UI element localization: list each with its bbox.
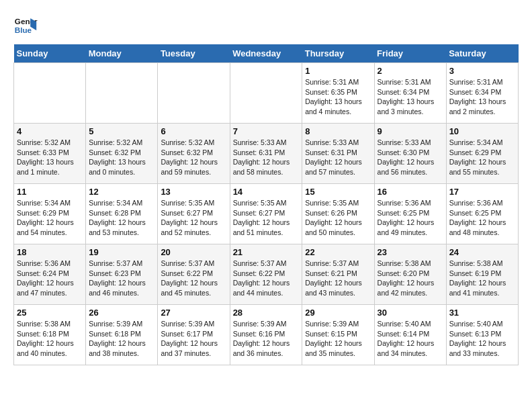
calendar-day-cell: 31Sunrise: 5:40 AM Sunset: 6:13 PM Dayli… bbox=[446, 305, 518, 365]
day-info: Sunrise: 5:35 AM Sunset: 6:27 PM Dayligh… bbox=[161, 198, 226, 238]
calendar-week-row: 18Sunrise: 5:36 AM Sunset: 6:24 PM Dayli… bbox=[14, 244, 519, 305]
day-number: 27 bbox=[161, 308, 226, 318]
calendar-day-cell: 12Sunrise: 5:34 AM Sunset: 6:28 PM Dayli… bbox=[86, 184, 158, 244]
calendar-day-cell: 22Sunrise: 5:37 AM Sunset: 6:21 PM Dayli… bbox=[302, 244, 374, 305]
day-info: Sunrise: 5:33 AM Sunset: 6:31 PM Dayligh… bbox=[305, 138, 371, 177]
day-number: 24 bbox=[449, 247, 515, 257]
day-number: 22 bbox=[305, 247, 371, 257]
day-info: Sunrise: 5:31 AM Sunset: 6:34 PM Dayligh… bbox=[449, 77, 515, 117]
day-number: 10 bbox=[449, 126, 515, 136]
calendar-day-cell: 21Sunrise: 5:37 AM Sunset: 6:22 PM Dayli… bbox=[230, 244, 302, 305]
day-info: Sunrise: 5:39 AM Sunset: 6:15 PM Dayligh… bbox=[305, 319, 371, 359]
day-info: Sunrise: 5:31 AM Sunset: 6:35 PM Dayligh… bbox=[305, 77, 371, 117]
day-of-week-header: Saturday bbox=[446, 44, 518, 63]
calendar-day-cell bbox=[86, 63, 158, 124]
day-info: Sunrise: 5:36 AM Sunset: 6:25 PM Dayligh… bbox=[378, 198, 443, 238]
day-number: 3 bbox=[449, 66, 515, 76]
calendar-day-cell: 24Sunrise: 5:38 AM Sunset: 6:19 PM Dayli… bbox=[446, 244, 518, 305]
calendar-day-cell: 9Sunrise: 5:33 AM Sunset: 6:30 PM Daylig… bbox=[374, 124, 446, 184]
day-info: Sunrise: 5:33 AM Sunset: 6:30 PM Dayligh… bbox=[378, 138, 443, 177]
day-number: 17 bbox=[449, 187, 515, 197]
day-info: Sunrise: 5:39 AM Sunset: 6:18 PM Dayligh… bbox=[89, 319, 154, 359]
day-number: 29 bbox=[305, 308, 371, 318]
calendar-day-cell: 3Sunrise: 5:31 AM Sunset: 6:34 PM Daylig… bbox=[446, 63, 518, 124]
calendar-day-cell: 17Sunrise: 5:36 AM Sunset: 6:25 PM Dayli… bbox=[446, 184, 518, 244]
day-info: Sunrise: 5:34 AM Sunset: 6:29 PM Dayligh… bbox=[17, 198, 83, 238]
day-info: Sunrise: 5:32 AM Sunset: 6:33 PM Dayligh… bbox=[17, 138, 83, 177]
calendar-day-cell: 10Sunrise: 5:34 AM Sunset: 6:29 PM Dayli… bbox=[446, 124, 518, 184]
day-info: Sunrise: 5:33 AM Sunset: 6:31 PM Dayligh… bbox=[233, 138, 300, 177]
calendar-week-row: 25Sunrise: 5:38 AM Sunset: 6:18 PM Dayli… bbox=[14, 305, 519, 365]
day-number: 30 bbox=[378, 308, 443, 318]
day-info: Sunrise: 5:40 AM Sunset: 6:14 PM Dayligh… bbox=[378, 319, 443, 359]
calendar-day-cell bbox=[230, 63, 302, 124]
svg-text:Blue: Blue bbox=[15, 26, 32, 34]
calendar-day-cell: 13Sunrise: 5:35 AM Sunset: 6:27 PM Dayli… bbox=[158, 184, 230, 244]
days-header-row: SundayMondayTuesdayWednesdayThursdayFrid… bbox=[14, 44, 519, 63]
day-number: 19 bbox=[89, 247, 154, 257]
day-number: 28 bbox=[233, 308, 300, 318]
day-info: Sunrise: 5:32 AM Sunset: 6:32 PM Dayligh… bbox=[161, 138, 226, 177]
day-number: 25 bbox=[17, 308, 83, 318]
calendar-day-cell: 18Sunrise: 5:36 AM Sunset: 6:24 PM Dayli… bbox=[14, 244, 86, 305]
day-number: 12 bbox=[89, 187, 154, 197]
day-of-week-header: Friday bbox=[374, 44, 446, 63]
calendar-day-cell: 4Sunrise: 5:32 AM Sunset: 6:33 PM Daylig… bbox=[14, 124, 86, 184]
logo: General Blue bbox=[13, 13, 38, 38]
calendar-week-row: 1Sunrise: 5:31 AM Sunset: 6:35 PM Daylig… bbox=[14, 63, 519, 124]
day-of-week-header: Monday bbox=[86, 44, 158, 63]
day-of-week-header: Thursday bbox=[302, 44, 374, 63]
day-number: 23 bbox=[378, 247, 443, 257]
day-number: 13 bbox=[161, 187, 226, 197]
day-info: Sunrise: 5:38 AM Sunset: 6:20 PM Dayligh… bbox=[378, 259, 443, 298]
day-info: Sunrise: 5:35 AM Sunset: 6:27 PM Dayligh… bbox=[233, 198, 300, 238]
calendar-day-cell: 8Sunrise: 5:33 AM Sunset: 6:31 PM Daylig… bbox=[302, 124, 374, 184]
day-number: 15 bbox=[305, 187, 371, 197]
calendar-week-row: 11Sunrise: 5:34 AM Sunset: 6:29 PM Dayli… bbox=[14, 184, 519, 244]
logo-icon: General Blue bbox=[13, 13, 38, 38]
day-number: 14 bbox=[233, 187, 300, 197]
day-info: Sunrise: 5:32 AM Sunset: 6:32 PM Dayligh… bbox=[89, 138, 154, 177]
day-number: 9 bbox=[378, 126, 443, 136]
calendar-day-cell bbox=[14, 63, 86, 124]
day-number: 11 bbox=[17, 187, 83, 197]
day-number: 7 bbox=[233, 126, 300, 136]
calendar-day-cell: 29Sunrise: 5:39 AM Sunset: 6:15 PM Dayli… bbox=[302, 305, 374, 365]
day-info: Sunrise: 5:38 AM Sunset: 6:19 PM Dayligh… bbox=[449, 259, 515, 298]
calendar-table: SundayMondayTuesdayWednesdayThursdayFrid… bbox=[13, 44, 519, 365]
calendar-day-cell: 23Sunrise: 5:38 AM Sunset: 6:20 PM Dayli… bbox=[374, 244, 446, 305]
day-number: 4 bbox=[17, 126, 83, 136]
day-info: Sunrise: 5:36 AM Sunset: 6:25 PM Dayligh… bbox=[449, 198, 515, 238]
calendar-day-cell: 6Sunrise: 5:32 AM Sunset: 6:32 PM Daylig… bbox=[158, 124, 230, 184]
calendar-day-cell: 26Sunrise: 5:39 AM Sunset: 6:18 PM Dayli… bbox=[86, 305, 158, 365]
calendar-day-cell: 19Sunrise: 5:37 AM Sunset: 6:23 PM Dayli… bbox=[86, 244, 158, 305]
calendar-day-cell: 15Sunrise: 5:35 AM Sunset: 6:26 PM Dayli… bbox=[302, 184, 374, 244]
day-info: Sunrise: 5:34 AM Sunset: 6:28 PM Dayligh… bbox=[89, 198, 154, 238]
calendar-day-cell: 7Sunrise: 5:33 AM Sunset: 6:31 PM Daylig… bbox=[230, 124, 302, 184]
calendar-day-cell: 28Sunrise: 5:39 AM Sunset: 6:16 PM Dayli… bbox=[230, 305, 302, 365]
day-info: Sunrise: 5:37 AM Sunset: 6:21 PM Dayligh… bbox=[305, 259, 371, 298]
day-of-week-header: Wednesday bbox=[230, 44, 302, 63]
day-info: Sunrise: 5:37 AM Sunset: 6:23 PM Dayligh… bbox=[89, 259, 154, 298]
day-info: Sunrise: 5:37 AM Sunset: 6:22 PM Dayligh… bbox=[161, 259, 226, 298]
day-info: Sunrise: 5:38 AM Sunset: 6:18 PM Dayligh… bbox=[17, 319, 83, 359]
calendar-day-cell: 27Sunrise: 5:39 AM Sunset: 6:17 PM Dayli… bbox=[158, 305, 230, 365]
day-info: Sunrise: 5:31 AM Sunset: 6:34 PM Dayligh… bbox=[378, 77, 443, 117]
day-number: 31 bbox=[449, 308, 515, 318]
calendar-day-cell: 5Sunrise: 5:32 AM Sunset: 6:32 PM Daylig… bbox=[86, 124, 158, 184]
day-number: 2 bbox=[378, 66, 443, 76]
calendar-day-cell: 14Sunrise: 5:35 AM Sunset: 6:27 PM Dayli… bbox=[230, 184, 302, 244]
day-info: Sunrise: 5:39 AM Sunset: 6:17 PM Dayligh… bbox=[161, 319, 226, 359]
page-header: General Blue bbox=[13, 13, 519, 38]
day-info: Sunrise: 5:34 AM Sunset: 6:29 PM Dayligh… bbox=[449, 138, 515, 177]
day-number: 18 bbox=[17, 247, 83, 257]
day-info: Sunrise: 5:40 AM Sunset: 6:13 PM Dayligh… bbox=[449, 319, 515, 359]
day-number: 1 bbox=[305, 66, 371, 76]
calendar-day-cell: 25Sunrise: 5:38 AM Sunset: 6:18 PM Dayli… bbox=[14, 305, 86, 365]
day-number: 20 bbox=[161, 247, 226, 257]
day-number: 16 bbox=[378, 187, 443, 197]
calendar-day-cell: 11Sunrise: 5:34 AM Sunset: 6:29 PM Dayli… bbox=[14, 184, 86, 244]
calendar-day-cell: 16Sunrise: 5:36 AM Sunset: 6:25 PM Dayli… bbox=[374, 184, 446, 244]
day-info: Sunrise: 5:37 AM Sunset: 6:22 PM Dayligh… bbox=[233, 259, 300, 298]
calendar-week-row: 4Sunrise: 5:32 AM Sunset: 6:33 PM Daylig… bbox=[14, 124, 519, 184]
